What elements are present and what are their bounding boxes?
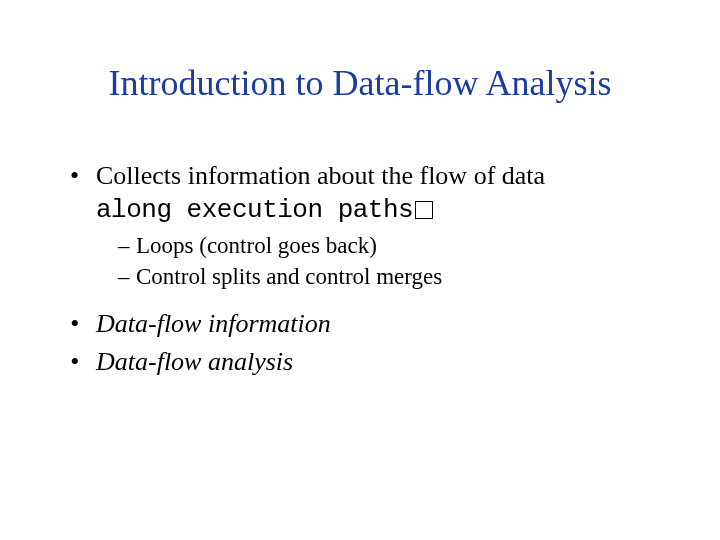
bullet-collects: Collects information about the flow of d… bbox=[70, 160, 660, 226]
sub-bullet-loops: Loops (control goes back) bbox=[118, 232, 660, 261]
bullet-text: Data-flow information bbox=[96, 309, 331, 338]
sub-bullet-splits: Control splits and control merges bbox=[118, 263, 660, 292]
bullet-text: Data-flow analysis bbox=[96, 347, 293, 376]
placeholder-box-icon bbox=[415, 201, 433, 219]
slide-body: Collects information about the flow of d… bbox=[70, 160, 660, 385]
bullet-dataflow-info: Data-flow information bbox=[70, 308, 660, 341]
bullet-dataflow-analysis: Data-flow analysis bbox=[70, 346, 660, 379]
bullet-text-line2-mono: along execution paths bbox=[96, 195, 413, 225]
slide-title: Introduction to Data-flow Analysis bbox=[0, 62, 720, 104]
sub-bullet-text: Loops (control goes back) bbox=[136, 233, 377, 258]
sub-bullet-list: Loops (control goes back) Control splits… bbox=[70, 232, 660, 292]
slide: Introduction to Data-flow Analysis Colle… bbox=[0, 0, 720, 540]
bullet-text-line1: Collects information about the flow of d… bbox=[96, 161, 545, 190]
sub-bullet-text: Control splits and control merges bbox=[136, 264, 442, 289]
